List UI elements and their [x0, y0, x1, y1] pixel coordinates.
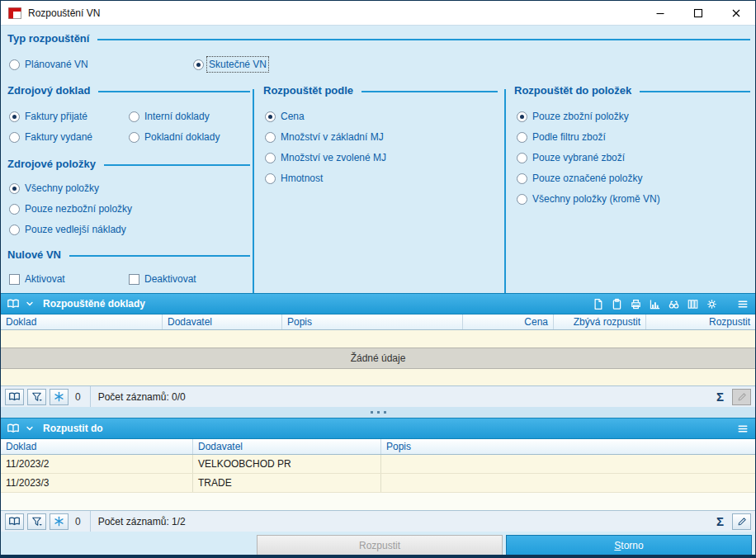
minimize-button[interactable] [641, 1, 679, 25]
radio-hmotnost[interactable]: Hmotnost [265, 172, 323, 185]
sum-button[interactable]: Σ [714, 389, 726, 405]
radio-label: Množství ve zvolené MJ [281, 152, 386, 163]
edit-button[interactable] [732, 389, 751, 405]
radio-faktury-vydane[interactable]: Faktury vydané [9, 130, 92, 144]
radio-indicator [517, 173, 527, 184]
menu-icon[interactable] [736, 298, 749, 310]
section-heading: Rozpouštět do položek [514, 84, 631, 97]
column-header-dodavatel[interactable]: Dodavatel [163, 314, 282, 329]
radio-pouze-vedlejsi-naklady[interactable]: Pouze vedlejší náklady [9, 223, 126, 236]
new-document-icon[interactable] [592, 298, 604, 310]
clipboard-icon[interactable] [611, 298, 623, 310]
radio-indicator [9, 132, 20, 143]
search-icon[interactable] [668, 298, 680, 310]
grid2-titlebar: Rozpustit do [1, 418, 755, 439]
radio-pouze-oznacene-polozky[interactable]: Pouze označené položky [517, 172, 642, 185]
radio-label: Cena [281, 111, 305, 122]
book-icon[interactable] [7, 422, 20, 435]
radio-interni-doklady[interactable]: Interní doklady [129, 110, 210, 123]
radio-cena[interactable]: Cena [265, 110, 305, 123]
radio-label: Pouze nezbožní položky [25, 203, 132, 215]
window-bottom-border [1, 555, 755, 557]
book-icon[interactable] [5, 389, 24, 405]
radio-label: Hmotnost [281, 173, 323, 184]
window-title: Rozpouštění VN [28, 7, 100, 19]
section-typ-rozpousteni: Typ rozpouštění [7, 31, 750, 45]
radio-indicator [265, 173, 276, 184]
column-header-popis[interactable]: Popis [282, 314, 463, 329]
section-zdrojovy-doklad: Zdrojový doklad [7, 83, 250, 97]
record-count: Počet záznamů: 0/0 [90, 386, 186, 407]
close-icon [730, 7, 742, 19]
radio-indicator [265, 153, 276, 163]
maximize-button[interactable] [679, 1, 717, 25]
radio-label: Faktury přijaté [25, 111, 87, 122]
column-header-zbyva-rozpustit[interactable]: Zbývá rozpustit [554, 314, 646, 329]
rozpustit-button[interactable]: Rozpustit [257, 535, 503, 556]
radio-faktury-prijate[interactable]: Faktury přijaté [9, 110, 87, 123]
chevron-down-icon[interactable] [24, 423, 35, 434]
radio-podle-filtru-zbozi[interactable]: Podle filtru zboží [517, 130, 606, 144]
sum-button[interactable]: Σ [714, 513, 726, 530]
column-header-popis[interactable]: Popis [381, 439, 755, 454]
column-header-dodavatel[interactable]: Dodavatel [193, 439, 381, 454]
book-icon[interactable] [7, 297, 20, 310]
settings-icon[interactable] [706, 298, 718, 310]
radio-indicator [193, 59, 204, 70]
heading-rule [97, 39, 750, 40]
menu-icon[interactable] [736, 423, 749, 435]
radio-indicator [265, 111, 276, 122]
chart-icon[interactable] [649, 298, 661, 310]
column-header-cena[interactable]: Cena [463, 314, 554, 329]
section-zdrojove-polozky: Zdrojové položky [7, 157, 250, 170]
chevron-down-icon[interactable] [24, 298, 35, 310]
edit-button[interactable] [732, 513, 751, 530]
filter-icon[interactable] [27, 513, 46, 530]
radio-planovane-vn[interactable]: Plánované VN [9, 58, 88, 71]
columns-icon[interactable] [687, 298, 699, 310]
checkbox-deaktivovat[interactable]: Deaktivovat [129, 272, 196, 286]
radio-label: Pokladní doklady [144, 131, 220, 143]
button-label: Storno [614, 540, 643, 551]
grid1-title: Rozpouštěné doklady [43, 298, 145, 310]
radio-indicator [9, 183, 20, 194]
radio-label: Skutečné VN [209, 59, 267, 70]
grid-rozpoustene-doklady: Rozpouštěné doklady [1, 293, 755, 407]
filter-icon[interactable] [27, 389, 46, 405]
radio-pouze-nezbozni-polozky[interactable]: Pouze nezbožní položky [9, 202, 132, 215]
snowflake-icon[interactable] [50, 389, 69, 405]
checkbox-aktivovat[interactable]: Aktivovat [9, 272, 65, 286]
table-row[interactable]: 11/2023/3 TRADE [1, 474, 755, 493]
close-button[interactable] [717, 1, 755, 25]
section-heading: Zdrojové položky [7, 158, 96, 170]
radio-mnozstvi-zakladni-mj[interactable]: Množství v základní MJ [265, 130, 384, 144]
radio-indicator [265, 132, 276, 143]
heading-rule [69, 255, 250, 257]
book-icon[interactable] [5, 513, 24, 530]
table-row[interactable]: 11/2023/2 VELKOOBCHOD PR [1, 455, 755, 474]
app-icon[interactable] [8, 7, 21, 20]
column-header-doklad[interactable]: Doklad [1, 314, 163, 329]
print-icon[interactable] [630, 298, 642, 310]
radio-mnozstvi-zvolene-mj[interactable]: Množství ve zvolené MJ [265, 151, 386, 164]
section-heading: Rozpouštět podle [263, 84, 353, 97]
radio-indicator [9, 111, 20, 122]
radio-indicator [9, 204, 20, 215]
heading-rule [98, 91, 250, 92]
splitter-handle[interactable] [1, 407, 755, 418]
checkbox-label: Aktivovat [25, 273, 65, 285]
radio-pokladni-doklady[interactable]: Pokladní doklady [129, 130, 220, 144]
radio-skutecne-vn[interactable]: Skutečné VN [193, 58, 267, 71]
column-header-doklad[interactable]: Doklad [1, 439, 193, 454]
section-heading: Zdrojový doklad [7, 84, 90, 97]
snowflake-icon[interactable] [50, 513, 69, 530]
radio-pouze-vybrane-zbozi[interactable]: Pouze vybrané zboží [517, 151, 625, 164]
grid2-empty-area [1, 493, 755, 510]
cell-dodavatel: VELKOOBCHOD PR [193, 455, 381, 473]
cell-popis [381, 474, 755, 492]
radio-vsechny-polozky[interactable]: Všechny položky [9, 182, 99, 195]
storno-button[interactable]: Storno [506, 535, 752, 556]
radio-pouze-zbozni-polozky[interactable]: Pouze zbožní položky [517, 110, 629, 123]
radio-vsechny-polozky-krome-vn[interactable]: Všechny položky (kromě VN) [517, 192, 660, 206]
column-header-rozpustit[interactable]: Rozpustit [646, 314, 755, 329]
